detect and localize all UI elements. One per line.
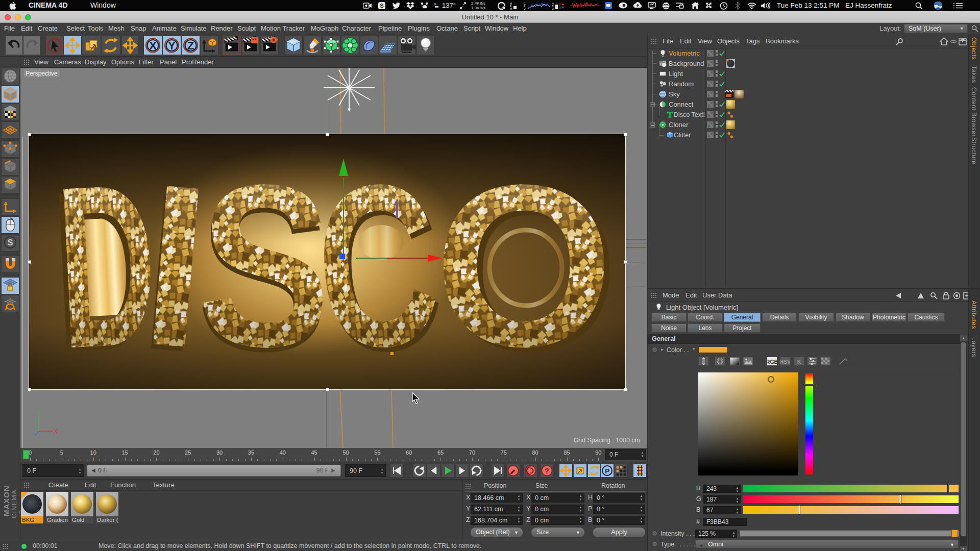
- svg-text:U: U: [524, 7, 526, 10]
- svg-text:RGB: RGB: [767, 359, 777, 365]
- svg-text:Y: Y: [37, 410, 41, 416]
- svg-text:?: ?: [545, 467, 549, 475]
- svg-text:S: S: [380, 3, 383, 9]
- svg-text:Z: Z: [187, 39, 194, 52]
- svg-text:O: O: [433, 136, 615, 389]
- svg-text:Y: Y: [168, 39, 176, 52]
- svg-text:X: X: [54, 429, 58, 434]
- svg-text:D: D: [552, 7, 554, 10]
- svg-text:X: X: [149, 39, 157, 52]
- svg-text:M: M: [510, 7, 512, 10]
- svg-text:S: S: [8, 238, 13, 247]
- svg-text:N: N: [434, 3, 436, 6]
- svg-text:C: C: [309, 134, 447, 389]
- svg-text:K: K: [797, 359, 801, 365]
- svg-text:HSV: HSV: [780, 359, 790, 365]
- svg-text:P: P: [605, 467, 609, 475]
